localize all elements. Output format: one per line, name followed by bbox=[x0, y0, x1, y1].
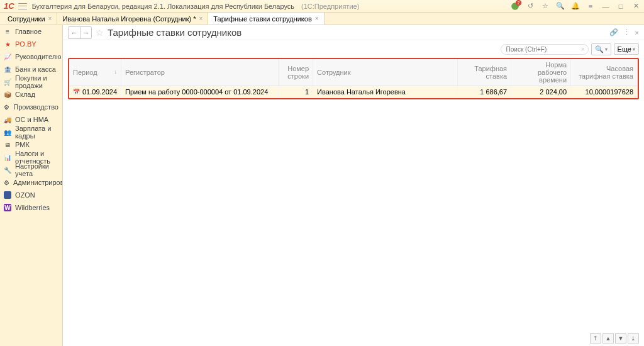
nav-button-group: ← → bbox=[68, 26, 92, 39]
col-line-number[interactable]: Номер строки bbox=[279, 59, 313, 86]
link-icon[interactable]: 🔗 bbox=[609, 28, 618, 36]
system-icons: 2 ↺ ☆ 🔍 🔔 ≡ — □ ✕ bbox=[511, 2, 640, 11]
sidebar-item-payroll[interactable]: 👥Зарплата и кадры bbox=[0, 126, 62, 138]
tab-employee-card[interactable]: Иванова Наталья Игоревна (Сотрудник) *× bbox=[57, 13, 208, 25]
sidebar-item-production[interactable]: ⚙Производство bbox=[0, 101, 62, 113]
close-panel-icon[interactable]: × bbox=[635, 29, 639, 36]
people-icon: 👥 bbox=[4, 128, 11, 136]
logo-1c: 1C bbox=[4, 1, 14, 11]
col-hourly[interactable]: Часовая тарифная ставка bbox=[571, 59, 638, 86]
minimize-icon[interactable]: — bbox=[601, 2, 610, 11]
data-table: Период Регистратор Номер строки Сотрудни… bbox=[69, 59, 638, 98]
box-icon: 📦 bbox=[4, 91, 11, 98]
col-norm[interactable]: Норма рабочего времени bbox=[511, 59, 571, 86]
magnifier-icon: 🔍 bbox=[595, 45, 604, 53]
sidebar-item-admin[interactable]: ⚙Администрирование bbox=[0, 176, 62, 189]
settings-icon[interactable]: ≡ bbox=[586, 2, 595, 11]
more-button[interactable]: Еще▾ bbox=[614, 43, 639, 55]
tab-close-icon[interactable]: × bbox=[48, 15, 52, 22]
content-area: ← → ☆ Тарифные ставки сотрудников 🔗 ⋮ × … bbox=[63, 25, 644, 346]
poby-icon: ★ bbox=[4, 40, 11, 48]
sidebar-item-sales[interactable]: 🛒Покупки и продажи bbox=[0, 75, 62, 88]
toolbar: × 🔍▾ Еще▾ bbox=[63, 40, 644, 58]
calendar-icon: 📅 bbox=[73, 89, 80, 95]
scroll-down-icon[interactable]: ▼ bbox=[615, 333, 626, 343]
sidebar-item-bank[interactable]: 🏦Банк и касса bbox=[0, 63, 62, 75]
chart-icon: 📈 bbox=[4, 53, 11, 60]
bell-icon[interactable]: 🔔 bbox=[571, 2, 580, 11]
back-button[interactable]: ← bbox=[69, 27, 80, 38]
forward-button[interactable]: → bbox=[80, 27, 91, 38]
home-icon: ≡ bbox=[4, 28, 11, 35]
scroll-top-icon[interactable]: ⤒ bbox=[590, 333, 601, 343]
bank-icon: 🏦 bbox=[4, 65, 11, 73]
col-registrar[interactable]: Регистратор bbox=[121, 59, 279, 86]
cell-tariff: 1 686,67 bbox=[458, 86, 511, 98]
cell-registrar: Прием на работу 0000-000004 от 01.09.202… bbox=[121, 86, 279, 98]
favorite-star-icon[interactable]: ☆ bbox=[96, 28, 104, 38]
scroll-up-icon[interactable]: ▲ bbox=[602, 333, 614, 343]
sidebar: ≡Главное ★PO.BY 📈Руководителю 🏦Банк и ка… bbox=[0, 25, 63, 346]
calc-icon: 🖥 bbox=[4, 141, 11, 148]
gear-icon: ⚙ bbox=[4, 103, 9, 111]
cart-icon: 🛒 bbox=[4, 78, 11, 86]
truck-icon: 🚚 bbox=[4, 116, 11, 123]
sidebar-item-taxes[interactable]: 📊Налоги и отчетность bbox=[0, 151, 62, 164]
tab-close-icon[interactable]: × bbox=[199, 15, 203, 22]
clear-search-icon[interactable]: × bbox=[581, 46, 585, 53]
close-icon[interactable]: ✕ bbox=[631, 2, 640, 11]
ozon-icon bbox=[4, 191, 11, 199]
data-table-wrapper: Период Регистратор Номер строки Сотрудни… bbox=[68, 58, 639, 99]
wrench-icon: 🔧 bbox=[4, 166, 11, 174]
cell-line-number: 1 bbox=[279, 86, 313, 98]
page-title: Тарифные ставки сотрудников bbox=[108, 27, 242, 38]
sidebar-item-rmk[interactable]: 🖥РМК bbox=[0, 138, 62, 151]
col-period[interactable]: Период bbox=[69, 59, 121, 86]
sidebar-item-poby[interactable]: ★PO.BY bbox=[0, 38, 62, 50]
sidebar-item-wildberries[interactable]: WWildberries bbox=[0, 201, 62, 214]
cell-employee: Иванова Наталья Игоревна bbox=[313, 86, 458, 98]
wb-icon: W bbox=[4, 204, 11, 211]
col-employee[interactable]: Сотрудник bbox=[313, 59, 458, 86]
table-header-row: Период Регистратор Номер строки Сотрудни… bbox=[69, 59, 638, 86]
page-header: ← → ☆ Тарифные ставки сотрудников 🔗 ⋮ × bbox=[63, 25, 644, 40]
search-icon[interactable]: 🔍 bbox=[556, 2, 565, 11]
sidebar-item-settings[interactable]: 🔧Настройки учета bbox=[0, 164, 62, 176]
more-icon[interactable]: ⋮ bbox=[623, 28, 630, 36]
app-title: Бухгалтерия для Беларуси, редакция 2.1. … bbox=[32, 3, 511, 10]
tab-tariff-rates[interactable]: Тарифные ставки сотрудников× bbox=[208, 13, 324, 25]
star-icon[interactable]: ☆ bbox=[541, 2, 550, 11]
sidebar-item-ozon[interactable]: OZON bbox=[0, 189, 62, 201]
maximize-icon[interactable]: □ bbox=[616, 2, 625, 11]
sidebar-item-main[interactable]: ≡Главное bbox=[0, 25, 62, 38]
menu-icon[interactable] bbox=[18, 3, 27, 9]
cell-hourly: 10,0000197628 bbox=[571, 86, 638, 98]
history-icon[interactable]: ↺ bbox=[526, 2, 535, 11]
chevron-down-icon: ▾ bbox=[633, 47, 635, 52]
tabbar: Сотрудники× Иванова Наталья Игоревна (Со… bbox=[0, 13, 644, 25]
doc-icon: 📊 bbox=[4, 153, 11, 161]
sidebar-item-assets[interactable]: 🚚ОС и НМА bbox=[0, 113, 62, 126]
search-input[interactable] bbox=[501, 44, 589, 55]
search-box: × bbox=[501, 44, 589, 55]
tab-close-icon[interactable]: × bbox=[315, 15, 319, 22]
chevron-down-icon: ▾ bbox=[605, 47, 608, 52]
cell-period: 📅01.09.2024 bbox=[69, 86, 121, 98]
notifications-icon[interactable]: 2 bbox=[511, 2, 519, 11]
cell-norm: 2 024,00 bbox=[511, 86, 571, 98]
scroll-bottom-icon[interactable]: ⤓ bbox=[628, 333, 639, 343]
admin-icon: ⚙ bbox=[4, 179, 9, 186]
find-button[interactable]: 🔍▾ bbox=[591, 43, 611, 55]
tab-employees[interactable]: Сотрудники× bbox=[3, 13, 57, 25]
titlebar: 1C Бухгалтерия для Беларуси, редакция 2.… bbox=[0, 0, 644, 13]
footer-nav: ⤒ ▲ ▼ ⤓ bbox=[590, 333, 639, 343]
sidebar-item-manager[interactable]: 📈Руководителю bbox=[0, 50, 62, 63]
sidebar-item-warehouse[interactable]: 📦Склад bbox=[0, 88, 62, 101]
col-tariff[interactable]: Тарифная ставка bbox=[458, 59, 511, 86]
table-row[interactable]: 📅01.09.2024 Прием на работу 0000-000004 … bbox=[69, 86, 638, 98]
